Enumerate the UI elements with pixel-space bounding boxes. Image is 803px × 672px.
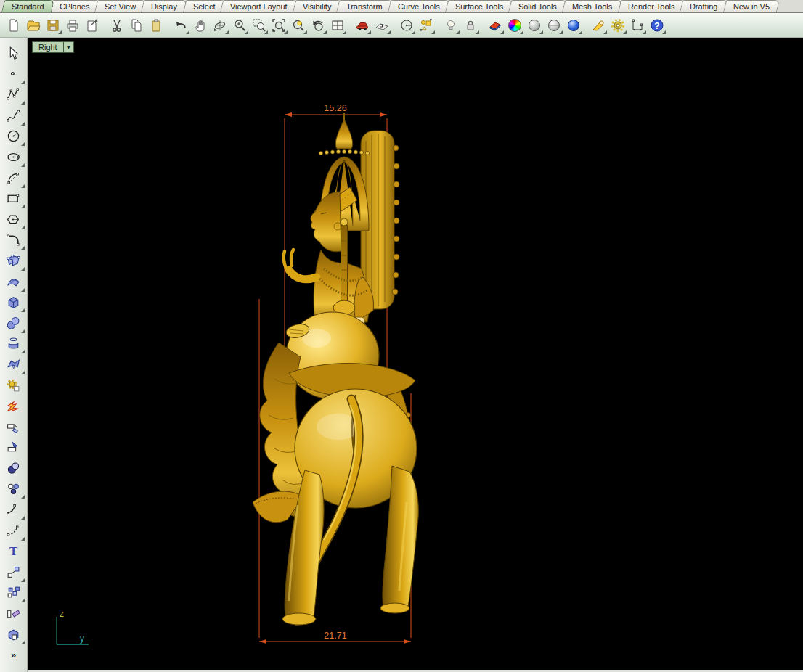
layer-icon[interactable] [486,16,504,34]
ellipse-icon[interactable] [3,147,25,167]
statue-model [253,113,418,628]
open-file-icon[interactable] [24,16,42,34]
array-icon[interactable] [3,583,25,602]
select-arrow-icon[interactable] [3,44,25,63]
dimension-top-value: 15.26 [324,103,346,113]
chevron-down-icon: ▼ [66,45,71,50]
paste-icon[interactable] [147,16,165,34]
explode-icon[interactable] [3,396,25,416]
tab-viewport-layout[interactable]: Viewport Layout [220,0,298,12]
viewport-layout-icon[interactable] [328,16,346,34]
viewport-title: Right ▼ [32,41,74,53]
circle-icon[interactable] [3,126,25,146]
tab-set-view[interactable]: Set View [94,0,146,12]
tab-label: New in V5 [733,1,770,12]
rotate-view-icon[interactable] [211,16,229,34]
lock-objects-icon[interactable] [461,16,479,34]
options-gear-icon[interactable] [608,16,627,34]
patch-surface-icon[interactable] [3,272,25,292]
circle-center-icon[interactable] [397,16,415,34]
tab-mesh-tools[interactable]: Mesh Tools [562,0,623,12]
text-icon[interactable]: T [3,541,25,561]
trim-icon[interactable] [3,417,25,437]
extend-curve-icon[interactable] [3,500,25,520]
tab-visibility[interactable]: Visibility [293,0,342,12]
tab-label: Surface Tools [455,1,503,12]
selection-filter-icon[interactable] [417,16,435,34]
print-icon[interactable] [63,16,81,34]
tab-new-in-v5[interactable]: New in V5 [723,0,780,12]
tab-select[interactable]: Select [182,0,225,12]
tab-label: Set View [105,1,136,12]
point-icon[interactable] [3,65,25,84]
svg-text:?: ? [654,20,659,30]
help-icon[interactable]: ? [648,16,666,34]
tab-display[interactable]: Display [141,0,187,12]
mesh-icon[interactable] [3,355,25,374]
rendered-view-icon[interactable] [545,16,563,34]
polyline-icon[interactable] [3,85,25,105]
join-icon[interactable] [3,459,25,478]
new-file-icon[interactable] [4,16,23,34]
viewport-title-menu-button[interactable]: ▼ [64,41,74,53]
copy-icon[interactable] [127,16,145,34]
axis-indicator: z y [57,609,89,644]
cylinder-icon[interactable] [3,334,25,353]
tab-curve-tools[interactable]: Curve Tools [388,0,450,12]
dimension-bottom-value: 21.71 [324,631,346,641]
dimension-icon[interactable] [628,16,646,34]
box-icon[interactable] [3,292,25,312]
zoom-selected-icon[interactable] [289,16,307,34]
shaded-view-icon[interactable] [525,16,543,34]
viewport-title-label[interactable]: Right [32,41,64,53]
axis-z-label: z [60,609,64,619]
zoom-extents-icon[interactable] [269,16,288,34]
color-wheel-icon[interactable] [505,16,523,34]
undo-icon[interactable] [171,16,189,34]
cut-icon[interactable] [107,16,126,34]
spotlight-icon[interactable] [589,16,607,34]
zoom-window-icon[interactable] [250,16,268,34]
tab-label: Visibility [303,1,332,12]
model-canvas[interactable]: 15.26 21.71 z y [28,38,803,670]
hide-objects-icon[interactable] [441,16,460,34]
tab-label: Transform [346,1,383,12]
rectangle-icon[interactable] [3,189,25,208]
zoom-dynamic-icon[interactable] [230,16,248,34]
tab-standard[interactable]: Standard [1,0,54,12]
arc-icon[interactable] [3,168,25,188]
export-icon[interactable] [83,16,101,34]
tab-cplanes[interactable]: CPlanes [49,0,100,12]
undo-view-icon[interactable] [309,16,327,34]
split-icon[interactable] [3,438,25,457]
tab-drafting[interactable]: Drafting [680,0,728,12]
curve-icon[interactable] [3,106,25,126]
tab-solid-tools[interactable]: Solid Tools [508,0,567,12]
tab-label: Render Tools [628,1,675,12]
more-tools-label: » [11,650,16,660]
tab-label: Standard [12,1,44,12]
block-tools-icon[interactable] [3,376,25,396]
tab-render-tools[interactable]: Render Tools [618,0,685,12]
more-tools-icon[interactable]: » [3,645,25,665]
svg-text:T: T [9,545,17,559]
cplane-icon[interactable] [372,16,391,34]
polygon-icon[interactable] [3,210,25,229]
move-icon[interactable] [3,562,25,582]
fillet-icon[interactable] [3,230,25,250]
tab-surface-tools[interactable]: Surface Tools [445,0,514,12]
group-icon[interactable] [3,479,25,499]
named-view-icon[interactable] [353,16,371,34]
rebuild-icon[interactable] [3,521,25,541]
pan-icon[interactable] [191,16,209,34]
render-icon[interactable] [564,16,582,34]
viewport-right[interactable]: Right ▼ [28,38,803,672]
surface-points-icon[interactable] [3,251,25,271]
boolean-icon[interactable] [3,625,25,644]
save-icon[interactable] [44,16,62,34]
sphere-icon[interactable] [3,314,25,333]
tab-label: Solid Tools [518,1,557,12]
orient-icon[interactable] [3,604,25,623]
tab-label: Viewport Layout [230,1,288,12]
tab-transform[interactable]: Transform [336,0,393,12]
